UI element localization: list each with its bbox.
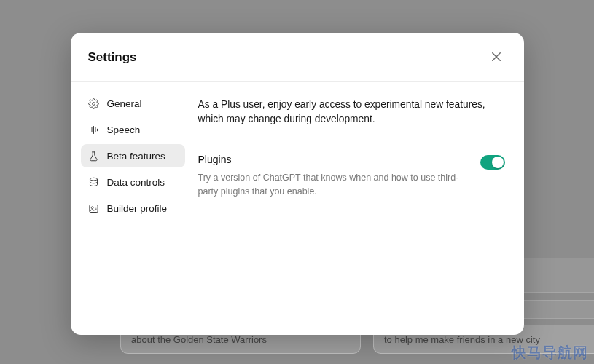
- svg-point-8: [90, 178, 98, 181]
- sidebar-item-label: Builder profile: [107, 203, 168, 214]
- sidebar-item-label: Beta features: [107, 151, 165, 162]
- settings-modal: Settings General Spee: [71, 33, 524, 335]
- beta-intro-text: As a Plus user, enjoy early access to ex…: [198, 98, 505, 127]
- profile-card-icon: [88, 202, 100, 214]
- plugins-setting-row: Plugins Try a version of ChatGPT that kn…: [198, 154, 505, 199]
- sidebar-item-data-controls[interactable]: Data controls: [81, 170, 185, 194]
- plugins-text-block: Plugins Try a version of ChatGPT that kn…: [198, 154, 469, 199]
- sidebar-item-label: Speech: [107, 124, 141, 135]
- sidebar-item-beta-features[interactable]: Beta features: [81, 144, 185, 167]
- speech-waveform-icon: [88, 124, 100, 135]
- modal-header: Settings: [71, 33, 524, 82]
- modal-title: Settings: [88, 50, 137, 65]
- svg-point-10: [91, 206, 93, 208]
- sidebar-item-speech[interactable]: Speech: [81, 118, 185, 141]
- modal-body: General Speech Beta features: [71, 82, 524, 335]
- settings-gear-icon: [88, 98, 100, 109]
- sidebar-item-label: Data controls: [107, 177, 165, 188]
- close-icon: [490, 50, 503, 66]
- settings-sidebar: General Speech Beta features: [71, 82, 191, 335]
- svg-point-2: [93, 102, 95, 105]
- plugins-toggle[interactable]: [480, 155, 505, 170]
- plugins-description: Try a version of ChatGPT that knows when…: [198, 171, 469, 199]
- database-icon: [88, 176, 100, 188]
- svg-rect-9: [90, 205, 98, 212]
- flask-icon: [88, 150, 100, 162]
- sidebar-item-label: General: [107, 98, 142, 109]
- plugins-title: Plugins: [198, 154, 469, 165]
- settings-content: As a Plus user, enjoy early access to ex…: [191, 82, 524, 335]
- content-divider: [198, 143, 505, 143]
- close-button[interactable]: [486, 47, 507, 68]
- sidebar-item-builder-profile[interactable]: Builder profile: [81, 197, 185, 220]
- modal-overlay: Settings General Spee: [0, 0, 594, 364]
- sidebar-item-general[interactable]: General: [81, 92, 185, 115]
